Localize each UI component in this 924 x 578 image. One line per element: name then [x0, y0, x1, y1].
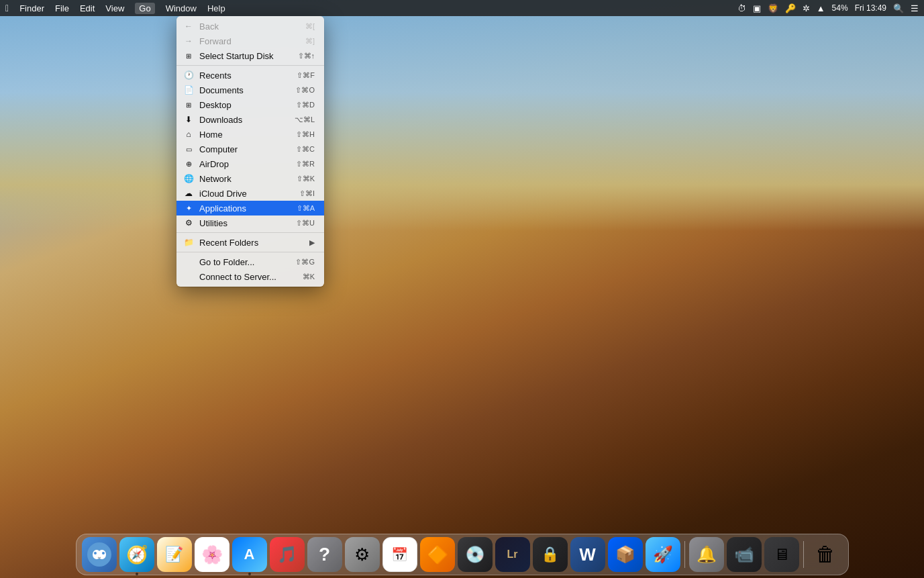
airdrop-icon: ⊕	[183, 158, 194, 169]
go-menu-sep2	[176, 232, 324, 233]
word-icon: W	[579, 544, 596, 565]
go-menu-go-to-folder[interactable]: Go to Folder... ⇧⌘G	[176, 254, 324, 269]
go-menu-forward[interactable]: → Forward ⌘]	[176, 34, 324, 48]
syspref-icon: ⚙	[354, 544, 370, 565]
go-menu-applications[interactable]: ✦ Applications ⇧⌘A	[176, 201, 324, 215]
connect-server-icon	[183, 271, 194, 282]
downloads-icon: ⬇	[183, 114, 194, 125]
dock-notes[interactable]: 📝	[157, 537, 192, 572]
dock-safari[interactable]: 🧭	[119, 537, 154, 572]
dock-launchpad[interactable]: 🚀	[646, 537, 680, 572]
datetime-display[interactable]: Fri 13:49	[855, 3, 886, 13]
go-to-folder-icon	[183, 256, 194, 267]
vlc-icon: 🔶	[427, 544, 448, 565]
wifi-icon[interactable]: ▲	[817, 3, 825, 13]
go-menu-airdrop[interactable]: ⊕ AirDrop ⇧⌘R	[176, 156, 324, 171]
go-menu-desktop[interactable]: ⊞ Desktop ⇧⌘D	[176, 97, 324, 112]
go-menu-downloads-label: Downloads	[199, 115, 242, 125]
go-menu-computer[interactable]: ▭ Computer ⇧⌘C	[176, 142, 324, 156]
go-menu-forward-shortcut: ⌘]	[305, 37, 315, 46]
dock-macfusion[interactable]: 🔒	[533, 537, 568, 572]
go-menu-connect-server-label: Connect to Server...	[199, 272, 276, 282]
help-icon: ?	[319, 544, 330, 565]
safari-icon: 🧭	[126, 544, 148, 565]
appstore-icon: A	[244, 546, 255, 563]
bluetooth-icon[interactable]: ✲	[803, 3, 810, 13]
menubar-finder[interactable]: Finder	[19, 3, 44, 13]
go-menu-icloud-drive[interactable]: ☁ iCloud Drive ⇧⌘I	[176, 186, 324, 201]
dock-word[interactable]: W	[570, 537, 605, 572]
svg-point-4	[102, 552, 105, 555]
go-menu-utilities[interactable]: ⚙ Utilities ⇧⌘U	[176, 215, 324, 230]
dvd-icon: 💿	[465, 545, 485, 564]
go-menu-home-label: Home	[199, 130, 223, 140]
spotlight-icon[interactable]: 🔍	[893, 3, 904, 13]
go-menu-computer-label: Computer	[199, 144, 238, 154]
music-icon: 🎵	[277, 545, 297, 564]
notification-icon[interactable]: ☰	[911, 3, 919, 13]
dock-finder[interactable]	[82, 537, 117, 572]
go-menu-documents[interactable]: 📄 Documents ⇧⌘O	[176, 83, 324, 97]
network-icon: 🌐	[183, 173, 194, 184]
back-icon: ←	[183, 21, 194, 32]
go-menu-network-label: Network	[199, 174, 232, 184]
dock-help[interactable]: ?	[307, 537, 342, 572]
safari-dot	[136, 573, 138, 575]
dock-appstore[interactable]: A	[232, 537, 267, 572]
forward-icon: →	[183, 36, 194, 46]
menubar-go[interactable]: Go	[135, 3, 154, 14]
go-menu-recents[interactable]: 🕐 Recents ⇧⌘F	[176, 68, 324, 83]
dock-dropbox[interactable]: 📦	[608, 537, 643, 572]
dock-bell[interactable]: 🔔	[689, 537, 724, 572]
go-menu-utilities-label: Utilities	[199, 218, 227, 228]
apple-menu[interactable]: 	[5, 3, 9, 13]
computer-icon: ▭	[183, 144, 194, 154]
dock-vlc[interactable]: 🔶	[420, 537, 455, 572]
go-menu-startup-disk[interactable]: ⊞ Select Startup Disk ⇧⌘↑	[176, 48, 324, 63]
menubar-edit[interactable]: Edit	[80, 3, 95, 13]
utilities-icon: ⚙	[183, 218, 194, 228]
go-menu-sep3	[176, 252, 324, 252]
go-menu-home[interactable]: ⌂ Home ⇧⌘H	[176, 127, 324, 142]
dock-trash[interactable]: 🗑	[808, 537, 843, 572]
dock-dvd[interactable]: 💿	[458, 537, 493, 572]
dock-music[interactable]: 🎵	[270, 537, 305, 572]
go-menu-icloud-label: iCloud Drive	[199, 189, 247, 199]
go-menu-recent-folders-label: Recent Folders	[199, 238, 258, 248]
bell-icon: 🔔	[697, 545, 717, 564]
menubar-view[interactable]: View	[105, 3, 124, 13]
dock-screenrecord[interactable]: 📹	[727, 537, 762, 572]
menubar-window[interactable]: Window	[166, 3, 197, 13]
go-menu-icloud-shortcut: ⇧⌘I	[299, 189, 315, 198]
go-menu-downloads[interactable]: ⬇ Downloads ⌥⌘L	[176, 112, 324, 127]
go-menu-connect-server[interactable]: Connect to Server... ⌘K	[176, 269, 324, 284]
svg-point-3	[94, 552, 97, 555]
dock-lightroom[interactable]: Lr	[495, 537, 530, 572]
dock-monitor-display[interactable]: 🖥	[764, 537, 799, 572]
dock-calendar[interactable]: 📅	[382, 537, 417, 572]
menubar-help[interactable]: Help	[207, 3, 225, 13]
brave-icon[interactable]: 🦁	[768, 3, 778, 13]
go-menu-recent-folders-arrow: ▶	[309, 238, 315, 247]
go-menu-back[interactable]: ← Back ⌘[	[176, 19, 324, 34]
go-menu-network[interactable]: 🌐 Network ⇧⌘K	[176, 171, 324, 186]
onepassword-icon[interactable]: 🔑	[785, 3, 796, 13]
battery-indicator[interactable]: 54%	[832, 3, 848, 13]
menubar-file[interactable]: File	[55, 3, 69, 13]
go-menu-downloads-shortcut: ⌥⌘L	[295, 115, 315, 124]
menubar-right: ⏱ ▣ 🦁 🔑 ✲ ▲ 54% Fri 13:49 🔍 ☰	[737, 3, 919, 13]
monitor-menubar-icon[interactable]: ▣	[753, 3, 761, 13]
dock-syspref[interactable]: ⚙	[345, 537, 380, 572]
menubar-left:  Finder File Edit View Go Window Help	[5, 3, 225, 14]
timemachine-icon[interactable]: ⏱	[737, 3, 746, 13]
dock-separator	[684, 541, 685, 568]
go-menu-recents-shortcut: ⇧⌘F	[297, 71, 315, 80]
screenrecord-icon: 📹	[734, 545, 754, 564]
documents-icon: 📄	[183, 85, 194, 95]
go-menu-recent-folders[interactable]: 📁 Recent Folders ▶	[176, 235, 324, 250]
dropbox-icon: 📦	[615, 545, 635, 564]
desktop-icon: ⊞	[183, 99, 194, 110]
dock-photos[interactable]: 🌸	[195, 537, 229, 572]
go-menu-home-shortcut: ⇧⌘H	[296, 130, 315, 139]
go-menu-startup-disk-shortcut: ⇧⌘↑	[298, 52, 315, 60]
